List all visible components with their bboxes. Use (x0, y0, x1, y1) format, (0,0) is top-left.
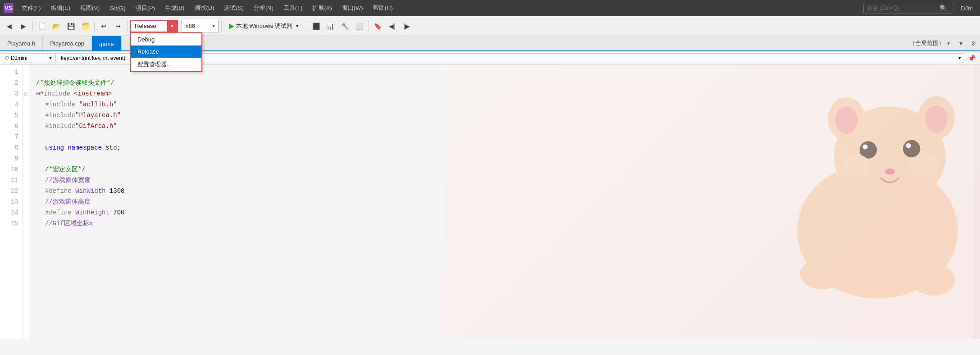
scope-arrow: ▼ (946, 41, 951, 46)
undo-btn[interactable]: ↩ (97, 20, 110, 32)
menu-item-B[interactable]: 生成(B) (160, 2, 189, 14)
config-option-release[interactable]: Release (131, 46, 201, 58)
code-editor: 12345 678910 1112131415 ⊟ /*预处理指令读取头文件*/… (0, 65, 980, 339)
menu-item-F[interactable]: 文件(F) (17, 2, 46, 14)
code-line-8: using namespace std; (36, 142, 974, 153)
tab-dropdown-btn[interactable]: ▼ (954, 36, 967, 50)
fold-btn-3[interactable]: ⊟ (23, 88, 29, 99)
platform-value: x86 (182, 23, 209, 29)
nav-btn1[interactable]: ◀| (386, 20, 399, 32)
play-button[interactable]: ▶ 本地 Windows 调试器 ▼ (224, 20, 304, 32)
bookmark-btn[interactable]: 🔖 (372, 20, 384, 32)
class-selector[interactable]: ⊙ DJmini ▼ (2, 53, 56, 63)
play-label: 本地 Windows 调试器 (236, 22, 292, 30)
tab-playarea-h[interactable]: Playarea.h (0, 36, 43, 50)
menu-item-X[interactable]: 扩展(X) (308, 2, 336, 14)
fold-gutter: ⊟ (23, 65, 29, 339)
sep2 (94, 21, 95, 32)
tab-label: game (99, 41, 114, 47)
title-bar-right: 🔍 DJm (863, 3, 976, 14)
nav-btn2[interactable]: |▶ (401, 20, 413, 32)
tab-settings-btn[interactable]: ⚙ (967, 36, 980, 50)
sep4 (221, 21, 222, 32)
code-line-9 (36, 153, 974, 164)
back-btn[interactable]: ◀ (3, 20, 15, 32)
new-file-btn[interactable]: 📄 (36, 20, 48, 32)
code-line-4: #include "acllib.h" (36, 99, 974, 110)
line-numbers: 12345 678910 1112131415 (0, 65, 23, 339)
toolbar: ◀ ▶ 📄 📂 💾 🗂️ ↩ ↪ Release ▼ Debug Release… (0, 16, 980, 36)
menu-item-N[interactable]: 分析(N) (249, 2, 278, 14)
breakpoint-btn[interactable]: ⬛ (310, 20, 323, 32)
menu-item-E[interactable]: 编辑(E) (46, 2, 75, 14)
menu-item-V[interactable]: 视图(V) (76, 2, 104, 14)
tab-label: Playarea.h (7, 40, 35, 47)
code-line-6: #include"GifArea.h" (36, 121, 974, 132)
menu-item-GitG[interactable]: Git(G) (105, 3, 130, 14)
search-box[interactable]: 🔍 (863, 3, 953, 14)
code-line-5: #include"Playarea.h" (36, 110, 974, 121)
menu-item-P[interactable]: 项目(P) (131, 2, 160, 14)
menu-bar: 文件(F)编辑(E)视图(V)Git(G)项目(P)生成(B)调试(D)测试(S… (17, 2, 860, 14)
user-label: DJm (957, 5, 976, 12)
code-line-11: //游戏窗体宽度 (36, 175, 974, 186)
code-line-13: //游戏窗体高度 (36, 196, 974, 207)
tab-playarea-cpp[interactable]: Playarea.cpp (43, 36, 92, 50)
config-dropdown-container: Release ▼ Debug Release 配置管理器... (130, 20, 178, 32)
class-label: DJmini (11, 55, 27, 61)
code-line-2: /*预处理指令读取头文件*/ (36, 77, 974, 88)
perf-btn[interactable]: 📊 (324, 20, 337, 32)
logo-text: VS (5, 5, 13, 12)
menu-item-S[interactable]: 测试(S) (219, 2, 248, 14)
code-line-12: #define WinWidth 1300 (36, 186, 974, 196)
sep3 (127, 21, 128, 32)
vertical-scrollbar[interactable] (974, 65, 980, 339)
platform-dropdown[interactable]: x86 ▼ (182, 20, 219, 32)
menu-item-H[interactable]: 帮助(H) (369, 2, 397, 14)
sep1 (32, 21, 33, 32)
menu-item-W[interactable]: 窗口(W) (337, 2, 368, 14)
config-arrow: ▼ (167, 21, 177, 32)
config-option-debug[interactable]: Debug (131, 33, 201, 46)
title-bar: VS 文件(F)编辑(E)视图(V)Git(G)项目(P)生成(B)调试(D)测… (0, 0, 980, 16)
forward-btn[interactable]: ▶ (17, 20, 30, 32)
menu-item-D[interactable]: 调试(D) (190, 2, 219, 14)
platform-arrow: ▼ (209, 23, 218, 28)
code-line-3: ⊟#include <iostream> (36, 88, 974, 99)
tab-label: Playarea.cpp (50, 40, 84, 47)
sep6 (369, 21, 369, 32)
search-input[interactable] (867, 5, 939, 11)
class-icon: ⊙ (5, 55, 9, 61)
redo-btn[interactable]: ↪ (112, 20, 124, 32)
scope-label: （全局范围） (909, 39, 944, 47)
open-btn[interactable]: 📂 (50, 20, 63, 32)
code-line-15: //Gif区域坐标x (36, 218, 974, 229)
config-dropdown-menu: Debug Release 配置管理器... (130, 32, 202, 72)
code-line-10: /*宏定义区*/ (36, 164, 974, 175)
config-option-manager[interactable]: 配置管理器... (131, 58, 201, 71)
search-icon: 🔍 (939, 5, 947, 12)
step-btn[interactable]: ⬜ (353, 20, 366, 32)
code-line-7 (36, 132, 974, 142)
save-btn[interactable]: 💾 (64, 20, 77, 32)
code-area[interactable]: /*预处理指令读取头文件*/ ⊟#include <iostream> #inc… (29, 65, 974, 339)
config-value: Release (131, 23, 167, 29)
tab-game[interactable]: game (92, 36, 122, 51)
menu-item-T[interactable]: 工具(T) (279, 2, 307, 14)
save-all-btn[interactable]: 🗂️ (79, 20, 91, 32)
debug-btn2[interactable]: 🔧 (339, 20, 351, 32)
method-arrow: ▼ (957, 55, 962, 60)
code-line-14: #define WinHeight 700 (36, 207, 974, 218)
vs-logo: VS (4, 3, 14, 13)
play-icon: ▶ (229, 22, 234, 30)
method-label: keyEvent(int key, int event) (61, 55, 125, 61)
play-dropdown-arrow: ▼ (295, 23, 300, 28)
class-arrow: ▼ (48, 55, 53, 60)
config-dropdown[interactable]: Release ▼ (130, 20, 178, 32)
pin-btn[interactable]: 📌 (965, 55, 978, 62)
sep5 (307, 21, 307, 32)
